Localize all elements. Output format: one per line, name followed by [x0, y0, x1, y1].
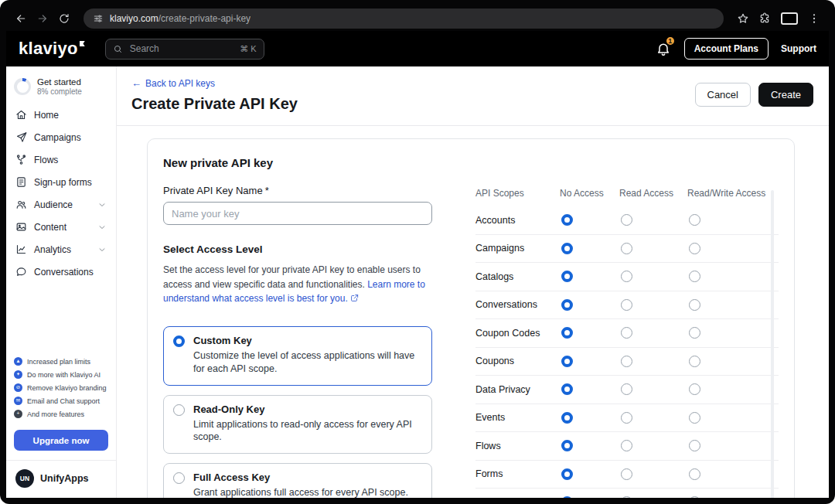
feature-remove-klaviyo-branding: ⊘Remove Klaviyo branding — [14, 383, 108, 392]
radio-coupon-codes-no-access[interactable] — [561, 327, 573, 339]
scope-name: Flows — [475, 441, 560, 451]
scope-name: Conversations — [475, 299, 560, 310]
radio-conversations-write-access[interactable] — [689, 299, 700, 311]
audience-icon — [15, 199, 27, 210]
radio-accounts-read-access[interactable] — [621, 214, 632, 226]
radio-catalogs-read-access[interactable] — [621, 271, 632, 282]
radio-data-privacy-no-access[interactable] — [561, 383, 573, 395]
sidebar-item-audience[interactable]: Audience — [6, 193, 116, 216]
account-switcher[interactable]: UN UnifyApps — [6, 460, 116, 498]
scope-name: Events — [475, 412, 560, 423]
radio-images-no-access[interactable] — [561, 496, 573, 498]
radio-conversations-read-access[interactable] — [621, 299, 632, 311]
radio-campaigns-write-access[interactable] — [689, 243, 700, 254]
notifications-button[interactable]: 1 — [655, 40, 672, 57]
back-to-api-keys-link[interactable]: ←Back to API keys — [131, 78, 215, 89]
get-started[interactable]: Get started 8% complete — [6, 73, 116, 104]
more-features-icon: + — [14, 410, 22, 418]
browser-menu-icon[interactable] — [804, 9, 824, 29]
access-option-custom-key[interactable]: Custom KeyCustomize the level of access … — [163, 326, 432, 386]
radio-catalogs-no-access[interactable] — [561, 271, 573, 282]
account-plans-button[interactable]: Account Plans — [684, 38, 769, 60]
radio-images-write-access[interactable] — [689, 496, 700, 498]
radio-coupon-codes-read-access[interactable] — [621, 327, 632, 339]
address-bar[interactable]: klaviyo.com/create-private-api-key — [84, 9, 724, 29]
scope-row-data-privacy: Data Privacy — [475, 376, 779, 404]
feature-label: Do more with Klaviyo AI — [27, 371, 101, 379]
chevron-down-icon — [97, 200, 107, 209]
header-read-write-access: Read/Write Access — [687, 188, 770, 199]
radio-catalogs-write-access[interactable] — [689, 271, 700, 282]
radio-flows-write-access[interactable] — [689, 440, 700, 451]
search-box[interactable]: ⌘ K — [105, 39, 264, 60]
scope-name: Coupon Codes — [475, 328, 560, 339]
scope-row-campaigns: Campaigns — [475, 235, 779, 264]
radio-data-privacy-read-access[interactable] — [621, 383, 632, 395]
feature-label: Email and Chat support — [27, 397, 100, 405]
support-link[interactable]: Support — [781, 43, 816, 54]
arrow-left-icon: ← — [131, 78, 141, 88]
browser-toolbar: klaviyo.com/create-private-api-key — [6, 6, 829, 31]
scopes-table-header: API Scopes No Access Read Access Read/Wr… — [475, 185, 779, 206]
radio-accounts-write-access[interactable] — [689, 214, 700, 226]
radio-coupons-no-access[interactable] — [561, 356, 573, 367]
radio-accounts-no-access[interactable] — [561, 214, 573, 226]
radio-images-read-access[interactable] — [621, 496, 632, 498]
access-level-description: Set the access level for your private AP… — [163, 263, 432, 306]
topnav-right: 1 Account Plans Support — [655, 38, 816, 60]
access-level-title: Select Access Level — [163, 243, 432, 255]
radio-events-read-access[interactable] — [621, 412, 632, 424]
radio-flows-read-access[interactable] — [621, 440, 632, 451]
search-input[interactable] — [128, 43, 235, 55]
radio-coupons-read-access[interactable] — [621, 356, 632, 367]
scope-name: Data Privacy — [475, 384, 560, 395]
sidebar-item-home[interactable]: Home — [6, 104, 116, 126]
sidebar-item-analytics[interactable]: Analytics — [6, 238, 116, 261]
bookmark-star-icon[interactable] — [733, 9, 753, 29]
radio-conversations-no-access[interactable] — [561, 299, 573, 311]
radio-coupon-codes-write-access[interactable] — [689, 327, 700, 339]
scrollbar[interactable] — [771, 190, 774, 498]
api-key-name-input[interactable] — [163, 202, 432, 225]
radio-data-privacy-write-access[interactable] — [689, 383, 700, 395]
sidebar-item-label: Sign-up forms — [34, 177, 107, 188]
extensions-icon[interactable] — [755, 9, 775, 29]
sidebar-item-conversations[interactable]: Conversations — [6, 261, 116, 283]
upgrade-now-button[interactable]: Upgrade now — [14, 430, 108, 451]
radio-events-no-access[interactable] — [561, 412, 573, 424]
radio-coupons-write-access[interactable] — [689, 356, 700, 367]
access-option-read-only-key[interactable]: Read-Only KeyLimit applications to read-… — [163, 395, 432, 455]
chevron-down-icon — [97, 223, 107, 232]
sidebar-item-sign-up-forms[interactable]: Sign-up forms — [6, 171, 116, 193]
radio-forms-no-access[interactable] — [561, 468, 573, 480]
create-button[interactable]: Create — [758, 83, 813, 107]
radio-campaigns-read-access[interactable] — [621, 243, 632, 254]
radio-campaigns-no-access[interactable] — [561, 243, 573, 254]
radio-flows-no-access[interactable] — [561, 440, 573, 451]
option-description: Customize the level of access applicatio… — [193, 349, 422, 376]
content-icon — [15, 221, 27, 233]
klaviyo-logo[interactable]: klaviyo — [19, 39, 85, 59]
radio-forms-read-access[interactable] — [621, 468, 632, 480]
sidebar-item-campaigns[interactable]: Campaigns — [6, 126, 116, 148]
klaviyo-flag-icon — [80, 41, 85, 46]
new-api-key-card: New private API key Private API Key Name… — [147, 138, 795, 498]
access-options: Custom KeyCustomize the level of access … — [163, 326, 432, 498]
refresh-icon[interactable] — [54, 9, 74, 29]
forward-icon[interactable] — [32, 9, 53, 29]
radio-full-access-key[interactable] — [173, 472, 185, 484]
scope-name: Forms — [475, 468, 560, 479]
scope-row-forms: Forms — [475, 461, 779, 489]
sidebar-item-content[interactable]: Content — [6, 216, 116, 238]
sidebar-item-flows[interactable]: Flows — [6, 148, 116, 171]
radio-forms-write-access[interactable] — [689, 468, 700, 480]
radio-events-write-access[interactable] — [689, 412, 700, 424]
back-icon[interactable] — [11, 9, 31, 29]
scope-row-coupons: Coupons — [475, 348, 779, 376]
radio-custom-key[interactable] — [173, 335, 185, 347]
access-option-full-access-key[interactable]: Full Access KeyGrant applications full a… — [163, 463, 432, 498]
site-settings-icon[interactable] — [93, 13, 104, 24]
cancel-button[interactable]: Cancel — [695, 83, 751, 107]
browser-profile-avatar[interactable] — [781, 12, 798, 25]
radio-read-only-key[interactable] — [173, 404, 185, 416]
